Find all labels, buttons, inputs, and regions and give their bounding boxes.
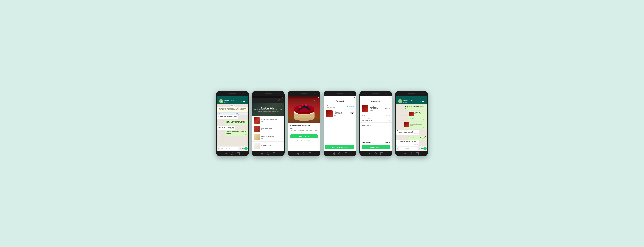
wifi-icon: ▾ xyxy=(246,96,246,98)
catalog-back-icon[interactable]: ‹ xyxy=(254,99,254,102)
signal-icon: ▲ xyxy=(244,96,245,98)
msg-text: Nice!! Let me check them out. xyxy=(218,126,234,128)
msg-received-1: Hi there! Which cakes are in stock? 9:27… xyxy=(217,115,238,119)
message-business-button[interactable]: MESSAGE BUSINESS xyxy=(290,139,318,142)
add-to-cart-button[interactable]: ADD TO CART xyxy=(290,134,318,138)
catalog-item-3[interactable]: Meringue Cake xyxy=(252,142,284,150)
time-2: 9:29 xyxy=(254,96,256,98)
video-icon-6[interactable]: ⊡ xyxy=(420,100,421,102)
camera-icon[interactable]: 📷 xyxy=(242,148,244,150)
attach-icon[interactable]: 📎 xyxy=(239,148,241,150)
payment-label: Payment method xyxy=(362,118,390,120)
home-nav-btn[interactable] xyxy=(231,152,233,155)
cart-item-info-0: Mixed Berry Cheesecake $48 xyxy=(334,111,349,116)
cart-title: Your cart xyxy=(328,100,352,102)
proceed-to-checkout-button[interactable]: PROCEED TO CHECKOUT xyxy=(326,145,354,150)
camera-icon-6[interactable]: 📷 xyxy=(421,148,423,150)
add-more-button[interactable]: ADD MORE xyxy=(347,106,354,107)
phone-bottom-bar-1 xyxy=(216,151,249,156)
catalog-item-name-1: Red Velvet Cake xyxy=(262,127,283,129)
recents-nav-btn-3[interactable] xyxy=(309,152,311,155)
order-confirmed-detail: Mixed Berry Cheesecake$48.00 · Qty 1 xyxy=(410,124,426,126)
msg-text: Everything in our catalog is available n… xyxy=(226,120,247,124)
msg-received-6-2: Yes, that would be perfect! See you at 3… xyxy=(396,140,419,146)
recents-nav-btn-4[interactable] xyxy=(344,152,347,155)
wifi-icon-6: ▾ xyxy=(425,96,425,98)
chat-status-1: Online xyxy=(224,102,240,103)
catalog-item-info-2: Classic Cheesecake $30 xyxy=(262,136,283,139)
qty-dropdown-icon[interactable]: ▾ xyxy=(352,113,353,114)
signal-icon-4: ▲ xyxy=(352,96,353,98)
more-icon[interactable]: ⋮ xyxy=(246,100,247,102)
catalog-item-name-0: Mixed Berry Cheesecake xyxy=(262,119,283,120)
attach-icon-6[interactable]: 📎 xyxy=(418,148,420,150)
order-card-img xyxy=(409,112,414,116)
phone-icon-6[interactable]: ☎ xyxy=(422,100,424,102)
back-nav-btn-2[interactable] xyxy=(261,152,263,155)
product-img-berry xyxy=(254,118,260,124)
cart-close-icon[interactable]: ✕ xyxy=(326,100,328,102)
total-value: $48.00 xyxy=(385,115,390,116)
catalog-item-2[interactable]: Classic Cheesecake $30 xyxy=(252,133,284,142)
checkout-title: Checkout xyxy=(364,100,388,102)
more-icon-6[interactable]: ⋮ xyxy=(425,100,426,102)
home-nav-btn-3[interactable] xyxy=(302,152,305,155)
phone-bottom-bar-5 xyxy=(359,151,392,156)
phone-camera-2 xyxy=(278,93,280,94)
catalog-item-info-3: Meringue Cake xyxy=(262,145,283,146)
catalog-list: Mixed Berry Cheesecake $48 Red Velvet Ca… xyxy=(252,116,284,151)
emoji-icon[interactable]: ☺ xyxy=(217,148,219,150)
catalog-hero: Sandra's Cake › We offer freshly baked b… xyxy=(252,102,284,116)
mic-button-1[interactable]: 🎤 xyxy=(244,147,248,150)
place-order-button[interactable]: PLACE ORDER xyxy=(362,145,390,150)
mic-button-6[interactable]: 🎤 xyxy=(423,147,427,150)
checkout-item-price: $48.00 xyxy=(385,108,390,110)
qty-selector[interactable]: 1 ▾ xyxy=(350,112,354,115)
home-nav-btn-5[interactable] xyxy=(374,152,376,155)
checkout-total-final: Total (1 item) $48.00 xyxy=(362,141,390,144)
phone-icon[interactable]: ☎ xyxy=(243,100,245,102)
emoji-icon-6[interactable]: ☺ xyxy=(396,148,398,150)
product-cart-icon[interactable]: 🛒 xyxy=(314,99,316,101)
catalog-item-0[interactable]: Mixed Berry Cheesecake $48 xyxy=(252,116,284,125)
checkout-item: Mixed Berry Cheesecake $48 · Qty 1 $48.0… xyxy=(360,104,392,114)
cart-icon[interactable]: 🛒 xyxy=(278,100,280,102)
status-bar-2: 9:29 ▲ ▾ ▮ xyxy=(252,96,284,98)
order-confirmed-card: Order & payment confirmed Mixed Berry Ch… xyxy=(404,122,427,129)
recents-nav-btn-2[interactable] xyxy=(273,152,275,155)
home-nav-btn-2[interactable] xyxy=(267,152,269,155)
cart-summary: 1 item $48.00 (estimated) ADD MORE xyxy=(324,104,356,109)
home-nav-btn-4[interactable] xyxy=(338,152,341,155)
chat-header-6: ‹ S Sandra's Cake Online ⊡ ☎ ⋮ xyxy=(396,98,428,104)
back-nav-btn-3[interactable] xyxy=(297,152,299,155)
checkout-close-icon[interactable]: ✕ xyxy=(362,100,364,102)
video-icon[interactable]: ⊡ xyxy=(241,100,242,102)
back-arrow-icon-6[interactable]: ‹ xyxy=(397,100,398,102)
catalog-hero-name[interactable]: Sandra's Cake › xyxy=(252,107,284,109)
back-nav-btn-4[interactable] xyxy=(333,152,334,155)
recents-nav-btn-5[interactable] xyxy=(380,152,383,155)
product-more-icon[interactable]: ⋮ xyxy=(317,99,318,101)
delivery-label: Delivery method xyxy=(362,124,390,124)
back-nav-btn-6[interactable] xyxy=(404,152,406,155)
phone-6: 9:35 ▲ ▾ ▮ ‹ S Sandra's Cake Online ⊡ ☎ … xyxy=(395,91,428,156)
checkout-item-name: Mixed Berry Cheesecake xyxy=(370,106,384,110)
back-arrow-icon[interactable]: ‹ xyxy=(218,100,218,102)
status-bar-1: 9:27 ▲ ▾ ▮ xyxy=(216,96,248,98)
catalog-more-icon[interactable]: ⋮ xyxy=(281,100,283,102)
chat-input-1[interactable]: Type a message xyxy=(220,147,239,150)
back-nav-btn[interactable] xyxy=(226,152,227,155)
checkout-payment-section[interactable]: Payment method Debit Card ••1234 › xyxy=(360,118,392,122)
cart-spacer xyxy=(324,119,356,144)
catalog-item-1[interactable]: Red Velvet Cake $36 xyxy=(252,125,284,133)
product-back-icon[interactable]: ‹ xyxy=(290,99,290,102)
phone-6-screen: 9:35 ▲ ▾ ▮ ‹ S Sandra's Cake Online ⊡ ☎ … xyxy=(396,96,428,151)
recents-nav-btn-6[interactable] xyxy=(416,152,418,155)
view-order-link[interactable]: View order xyxy=(409,117,426,119)
checkout-delivery-section[interactable]: Delivery method In store pickup › xyxy=(360,122,392,128)
chat-input-6[interactable]: Type a message xyxy=(399,147,418,150)
back-nav-btn-5[interactable] xyxy=(369,152,370,155)
recents-nav-btn[interactable] xyxy=(237,152,240,155)
home-nav-btn-6[interactable] xyxy=(410,152,412,155)
product-header-overlay: ‹ 🛒 ⋮ xyxy=(288,98,320,102)
